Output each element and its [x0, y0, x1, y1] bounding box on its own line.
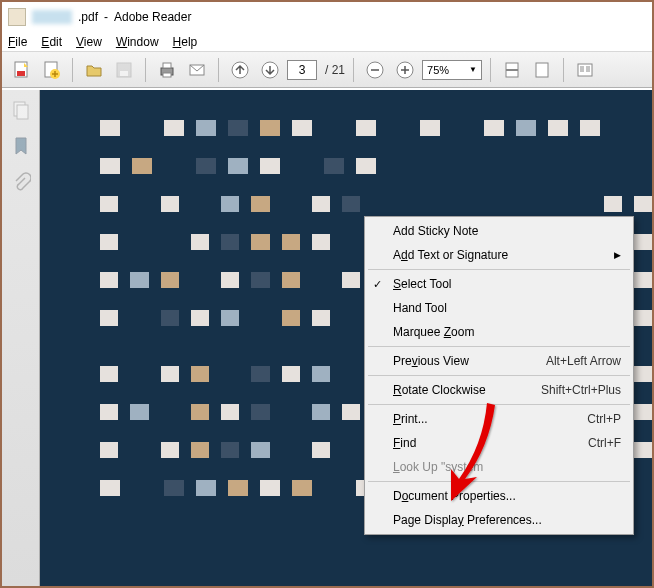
- menu-find[interactable]: FindCtrl+F: [367, 431, 631, 455]
- export-pdf-button[interactable]: [8, 57, 34, 83]
- svg-rect-16: [536, 63, 548, 77]
- svg-rect-15: [506, 69, 518, 71]
- menu-bar: File Edit View Window Help: [2, 32, 652, 52]
- menu-add-sticky-note[interactable]: Add Sticky Note: [367, 219, 631, 243]
- attachment-icon[interactable]: [11, 172, 31, 192]
- check-icon: ✓: [373, 278, 382, 291]
- thumbnails-icon[interactable]: [11, 100, 31, 120]
- menu-view[interactable]: View: [76, 35, 102, 49]
- page-up-button[interactable]: [227, 57, 253, 83]
- fit-page-button[interactable]: [529, 57, 555, 83]
- title-filename: .pdf: [78, 10, 98, 24]
- page-number-input[interactable]: [287, 60, 317, 80]
- document-icon: [8, 8, 26, 26]
- open-button[interactable]: [81, 57, 107, 83]
- bookmark-icon[interactable]: [11, 136, 31, 156]
- svg-rect-17: [578, 64, 592, 76]
- shortcut-label: Ctrl+F: [588, 436, 621, 450]
- svg-rect-19: [17, 105, 28, 119]
- svg-rect-1: [17, 71, 25, 76]
- title-app: Adobe Reader: [114, 10, 191, 24]
- toolbar-separator: [353, 58, 354, 82]
- context-menu: Add Sticky Note Add Text or Signature▶ ✓…: [364, 216, 634, 535]
- title-sep: -: [104, 10, 108, 24]
- menu-select-tool[interactable]: ✓Select Tool: [367, 272, 631, 296]
- menu-edit[interactable]: Edit: [41, 35, 62, 49]
- title-bar: .pdf - Adobe Reader: [2, 2, 652, 32]
- menu-previous-view[interactable]: Previous ViewAlt+Left Arrow: [367, 349, 631, 373]
- shortcut-label: Shift+Ctrl+Plus: [541, 383, 621, 397]
- menu-window[interactable]: Window: [116, 35, 159, 49]
- chevron-down-icon: ▼: [469, 65, 477, 74]
- read-mode-button[interactable]: [572, 57, 598, 83]
- svg-rect-5: [120, 71, 128, 76]
- svg-rect-8: [163, 73, 171, 77]
- menu-document-properties[interactable]: Document Properties...: [367, 484, 631, 508]
- toolbar-separator: [145, 58, 146, 82]
- menu-help[interactable]: Help: [173, 35, 198, 49]
- toolbar-separator: [218, 58, 219, 82]
- page-down-button[interactable]: [257, 57, 283, 83]
- zoom-out-button[interactable]: [362, 57, 388, 83]
- toolbar-separator: [72, 58, 73, 82]
- zoom-in-button[interactable]: [392, 57, 418, 83]
- menu-marquee-zoom[interactable]: Marquee Zoom: [367, 320, 631, 344]
- zoom-value: 75%: [427, 64, 449, 76]
- email-button[interactable]: [184, 57, 210, 83]
- chevron-right-icon: ▶: [614, 250, 621, 260]
- menu-page-display-preferences[interactable]: Page Display Preferences...: [367, 508, 631, 532]
- scroll-mode-button[interactable]: [499, 57, 525, 83]
- menu-add-text-signature[interactable]: Add Text or Signature▶: [367, 243, 631, 267]
- toolbar: / 21 75%▼: [2, 52, 652, 88]
- page-total: / 21: [325, 63, 345, 77]
- zoom-dropdown[interactable]: 75%▼: [422, 60, 482, 80]
- svg-rect-7: [163, 63, 171, 68]
- print-button[interactable]: [154, 57, 180, 83]
- save-button[interactable]: [111, 57, 137, 83]
- menu-look-up: Look Up "system: [367, 455, 631, 479]
- toolbar-separator: [490, 58, 491, 82]
- menu-hand-tool[interactable]: Hand Tool: [367, 296, 631, 320]
- navigation-panel: [2, 90, 40, 586]
- shortcut-label: Alt+Left Arrow: [546, 354, 621, 368]
- menu-file[interactable]: File: [8, 35, 27, 49]
- create-pdf-button[interactable]: [38, 57, 64, 83]
- menu-rotate-clockwise[interactable]: Rotate ClockwiseShift+Ctrl+Plus: [367, 378, 631, 402]
- toolbar-separator: [563, 58, 564, 82]
- filename-blur: [32, 10, 72, 24]
- shortcut-label: Ctrl+P: [587, 412, 621, 426]
- menu-print[interactable]: Print...Ctrl+P: [367, 407, 631, 431]
